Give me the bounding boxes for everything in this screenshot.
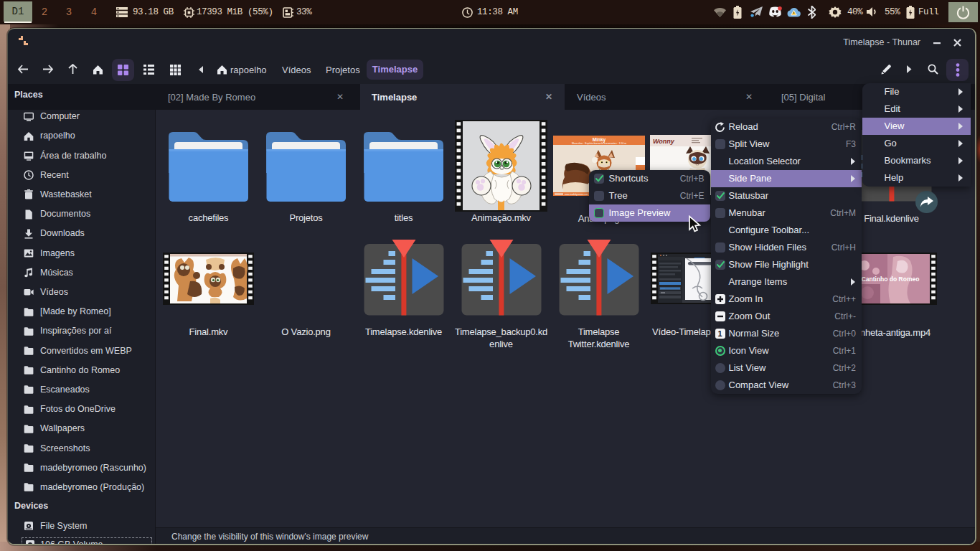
svg-text:Wonny: Wonny — [653, 138, 675, 145]
svg-text:Cantinho do Romeo: Cantinho do Romeo — [862, 276, 920, 283]
svg-text:Masculino · Espírito-barnacle-: Masculino · Espírito-barnacle-kuromantes… — [572, 142, 626, 145]
